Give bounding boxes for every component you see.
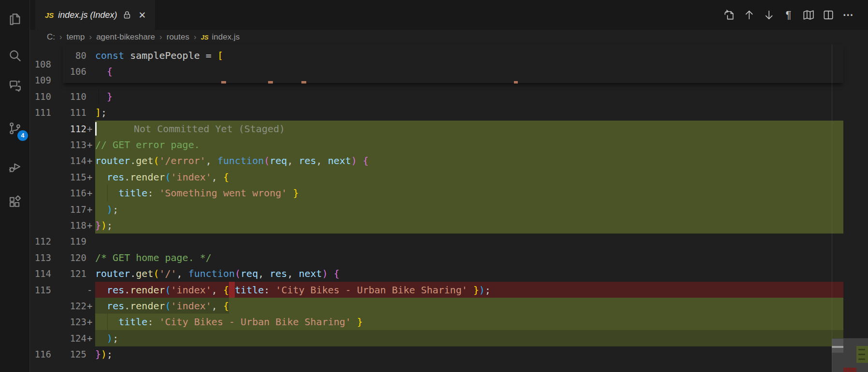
gutter-modified-line-number[interactable]: 117: [54, 201, 86, 218]
extensions-icon[interactable]: [0, 191, 30, 214]
breadcrumb-item[interactable]: agent-bikeshare: [96, 32, 155, 42]
code-row[interactable]: 113120/* GET home page. */: [30, 249, 868, 266]
gutter-modified-line-number[interactable]: 118: [54, 217, 86, 234]
code-row[interactable]: 123+ title: 'City Bikes - Urban Bike Sha…: [30, 314, 868, 330]
code-token: res: [107, 282, 124, 298]
code-token: router: [95, 152, 130, 169]
gutter-original-line-number[interactable]: 108: [30, 56, 51, 72]
gutter-modified-line-number[interactable]: 125: [54, 346, 86, 362]
gutter-original-line-number[interactable]: 111: [30, 104, 51, 121]
sticky-scroll[interactable]: 80const samplePeople = [106 {: [63, 44, 843, 83]
gutter-original-line-number[interactable]: 114: [30, 265, 51, 282]
breadcrumb-item[interactable]: routes: [167, 32, 189, 42]
gutter-original-line-number[interactable]: 109: [30, 72, 51, 88]
code-line[interactable]: res.render('index', {: [95, 298, 843, 314]
code-line[interactable]: });: [95, 217, 843, 234]
scrollbar-grip[interactable]: [832, 346, 843, 348]
gutter-modified-line-number[interactable]: 116: [54, 185, 86, 201]
breadcrumb-file[interactable]: index.js: [212, 32, 240, 42]
code-line[interactable]: title: 'City Bikes - Urban Bike Sharing'…: [95, 314, 843, 330]
code-row[interactable]: 110110 }: [30, 88, 868, 105]
code-row[interactable]: 118+});: [30, 217, 868, 234]
breadcrumb-item[interactable]: temp: [67, 32, 85, 42]
gutter-modified-line-number[interactable]: 113: [54, 137, 86, 153]
gutter-modified-line-number[interactable]: 115: [54, 169, 86, 185]
code-line[interactable]: /* GET home page. */: [95, 249, 843, 266]
code-row[interactable]: 122+ res.render('index', {: [30, 298, 868, 314]
code-line[interactable]: // GET error page.: [95, 137, 843, 153]
gutter-modified-line-number[interactable]: 123: [54, 314, 86, 330]
code-line[interactable]: title: 'Something went wrong' }: [95, 185, 843, 201]
next-change-icon[interactable]: [762, 9, 775, 22]
code-line[interactable]: );: [95, 201, 843, 218]
code-token: [95, 88, 107, 105]
code-line[interactable]: router.get('/error', function(req, res, …: [95, 152, 843, 169]
code-row[interactable]: 112119: [30, 233, 868, 249]
more-actions-icon[interactable]: ⋯: [841, 9, 854, 22]
gutter-modified-line-number[interactable]: 114: [54, 152, 86, 169]
code-token: (: [235, 265, 241, 282]
code-token: :: [147, 314, 159, 330]
diff-editor[interactable]: 108109110110 }111111];112+Not Committed …: [30, 44, 868, 372]
code-token: [95, 169, 107, 185]
code-token: ): [107, 330, 113, 346]
code-line[interactable]: [95, 233, 843, 249]
code-token: ;: [101, 104, 107, 121]
gutter-original-line-number[interactable]: 110: [30, 88, 51, 105]
code-token: ;: [113, 330, 118, 346]
run-and-debug-icon[interactable]: [0, 155, 30, 179]
code-row[interactable]: 112+Not Committed Yet (Staged): [30, 121, 868, 137]
code-line[interactable]: router.get('/', function(req, res, next)…: [95, 265, 843, 282]
code-row[interactable]: 116+ title: 'Something went wrong' }: [30, 185, 868, 201]
code-token: title: [118, 314, 147, 330]
code-row[interactable]: 111111];: [30, 104, 868, 121]
sticky-scroll-row[interactable]: 106 {: [63, 63, 843, 80]
code-row[interactable]: 115+ res.render('index', {: [30, 169, 868, 185]
code-line[interactable]: });: [95, 346, 843, 362]
gutter-modified-line-number[interactable]: 110: [54, 88, 86, 105]
code-line[interactable]: );: [95, 330, 843, 346]
gutter-modified-line-number[interactable]: 119: [54, 233, 86, 249]
close-icon[interactable]: ✕: [138, 10, 146, 21]
code-line[interactable]: ];: [95, 104, 843, 121]
search-icon[interactable]: [0, 44, 30, 67]
gutter-modified-line-number[interactable]: 111: [54, 104, 86, 121]
gutter-original-line-number[interactable]: 115: [30, 282, 51, 298]
toggle-whitespace-icon[interactable]: ¶: [782, 9, 795, 22]
diff-marker: +: [87, 169, 96, 185]
code-row[interactable]: 114+router.get('/error', function(req, r…: [30, 152, 868, 169]
open-file-icon[interactable]: [723, 9, 736, 22]
breadcrumb-item[interactable]: C:: [47, 32, 55, 42]
code-token: ,: [206, 152, 217, 169]
code-line[interactable]: Not Committed Yet (Staged): [95, 121, 843, 137]
code-line[interactable]: }: [95, 88, 843, 105]
gutter-original-line-number[interactable]: 116: [30, 346, 51, 362]
chevron-right-icon: ›: [89, 32, 92, 42]
sticky-scroll-row[interactable]: 80const samplePeople = [: [63, 47, 843, 64]
chat-icon[interactable]: [0, 74, 30, 97]
gutter-modified-line-number[interactable]: 121: [54, 265, 86, 282]
code-token: 'index': [171, 169, 212, 185]
code-row[interactable]: 117+ );: [30, 201, 868, 218]
gutter-modified-line-number[interactable]: 120: [54, 249, 86, 266]
toggle-map-icon[interactable]: [802, 9, 815, 22]
code-row[interactable]: 113+// GET error page.: [30, 137, 868, 153]
split-editor-icon[interactable]: [822, 9, 835, 22]
previous-change-icon[interactable]: [742, 9, 755, 22]
code-line[interactable]: res.render('index', { title: 'City Bikes…: [95, 282, 843, 298]
code-row[interactable]: 124+ );: [30, 330, 868, 346]
gutter-modified-line-number[interactable]: 124: [54, 330, 86, 346]
tab-index-js[interactable]: JS index.js (Index) ✕: [35, 0, 155, 30]
code-line[interactable]: res.render('index', {: [95, 169, 843, 185]
code-row[interactable]: 114121router.get('/', function(req, res,…: [30, 265, 868, 282]
code-row[interactable]: 116125});: [30, 346, 868, 362]
minimap-text-dash: [858, 354, 865, 355]
code-row[interactable]: 115- res.render('index', { title: 'City …: [30, 282, 868, 298]
code-token: ;: [107, 217, 113, 234]
gutter-modified-line-number[interactable]: 112: [54, 121, 86, 137]
editor-actions: ¶ ⋯: [723, 0, 854, 30]
gutter-original-line-number[interactable]: 112: [30, 233, 51, 249]
explorer-icon[interactable]: [0, 8, 30, 31]
gutter-modified-line-number[interactable]: 122: [54, 298, 86, 314]
gutter-original-line-number[interactable]: 113: [30, 249, 51, 266]
